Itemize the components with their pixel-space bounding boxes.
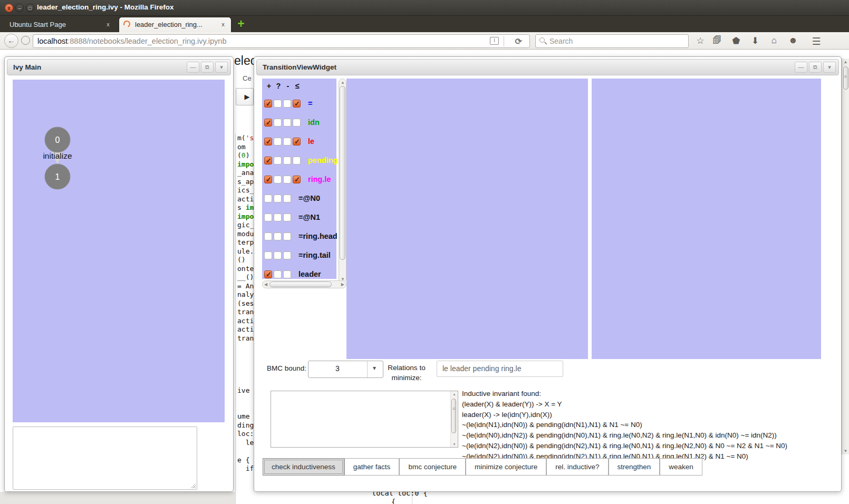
scroll-left-icon[interactable]: ◀ xyxy=(264,282,267,287)
hamburger-menu-icon[interactable]: ☰ xyxy=(810,35,823,47)
transition-view-titlebar[interactable]: TransitionViewWidget — ⧉ ▾ xyxy=(256,59,839,75)
relation-checkbox[interactable] xyxy=(283,270,291,278)
relation-checkbox-checked[interactable] xyxy=(264,100,272,108)
panel-collapse-icon[interactable]: ▾ xyxy=(823,62,836,73)
notebook-run-button[interactable]: ▶ xyxy=(236,88,254,105)
relation-checkbox[interactable] xyxy=(274,138,282,146)
relation-checkbox[interactable] xyxy=(283,100,291,108)
relation-checkbox[interactable] xyxy=(274,157,282,164)
relation-checkbox[interactable] xyxy=(264,195,272,202)
relation-checkbox-checked[interactable] xyxy=(293,138,301,146)
relation-checkbox-checked[interactable] xyxy=(264,157,272,164)
code-line: = Ana xyxy=(237,282,254,291)
transition-canvas-left[interactable] xyxy=(346,79,588,359)
tab-close-icon[interactable]: x xyxy=(219,21,227,28)
scroll-up-icon[interactable]: ▲ xyxy=(452,392,456,396)
relations-to-minimize-input[interactable]: le leader pending ring.le xyxy=(437,361,563,377)
resize-grip-icon[interactable] xyxy=(190,482,196,488)
relation-checkbox[interactable] xyxy=(264,232,272,240)
relation-checkbox[interactable] xyxy=(274,119,282,127)
search-input[interactable] xyxy=(549,36,681,46)
relation-checkbox[interactable] xyxy=(283,157,291,164)
relation-checkbox[interactable] xyxy=(283,232,291,240)
bmc-conjecture-button[interactable]: bmc conjecture xyxy=(399,458,466,476)
relation-checkbox[interactable] xyxy=(264,214,272,221)
relation-checkbox-checked[interactable] xyxy=(264,270,272,278)
relation-checkbox[interactable] xyxy=(274,270,282,278)
search-bar[interactable] xyxy=(535,34,689,48)
panel-minimize-button[interactable]: — xyxy=(795,62,807,73)
rel-inductive-button[interactable]: rel. inductive? xyxy=(546,458,608,476)
new-tab-button[interactable]: + xyxy=(235,18,247,30)
relation-checkbox[interactable] xyxy=(274,176,282,183)
relation-checkbox[interactable] xyxy=(283,251,291,259)
panel-popout-icon[interactable]: ⧉ xyxy=(809,62,822,73)
panel-collapse-icon[interactable]: ▾ xyxy=(215,62,228,73)
transition-canvas-right[interactable] xyxy=(592,79,821,359)
scroll-up-icon[interactable]: ▲ xyxy=(341,80,345,85)
tab-close-icon[interactable]: x xyxy=(104,21,112,28)
window-close-button[interactable]: x xyxy=(5,4,13,12)
relations-vertical-scrollbar[interactable]: ▲ ▼ xyxy=(339,79,346,283)
reload-icon[interactable]: ⟳ xyxy=(515,35,522,48)
relation-checkbox-checked[interactable] xyxy=(264,176,272,183)
relation-checkbox[interactable] xyxy=(293,157,301,164)
relation-checkbox-checked[interactable] xyxy=(293,100,301,108)
scroll-down-icon[interactable]: ▼ xyxy=(843,449,848,453)
code-line xyxy=(237,360,254,369)
minimize-conjecture-button[interactable]: minimize conjecture xyxy=(466,458,546,476)
scrollbar-thumb[interactable] xyxy=(451,399,456,433)
relations-horizontal-scrollbar[interactable]: ◀ ▶ xyxy=(262,280,346,288)
scrollbar-thumb[interactable] xyxy=(843,66,848,90)
relation-checkbox-checked[interactable] xyxy=(264,119,272,127)
scroll-down-icon[interactable]: ▼ xyxy=(452,442,456,446)
window-maximize-button[interactable]: ▢ xyxy=(26,4,34,12)
weaken-button[interactable]: weaken xyxy=(660,458,702,476)
relation-checkbox-checked[interactable] xyxy=(264,138,272,146)
scroll-up-icon[interactable]: ▲ xyxy=(843,60,848,64)
navigation-toolbar: ← localhost:8888/notebooks/leader_electi… xyxy=(0,32,849,50)
scrollbar-thumb[interactable] xyxy=(340,86,345,260)
relation-checkbox[interactable] xyxy=(283,119,291,127)
state-graph-canvas[interactable]: 0 initialize 1 xyxy=(13,80,225,422)
pocket-icon[interactable]: ⬟ xyxy=(730,35,742,46)
home-icon[interactable]: ⌂ xyxy=(768,35,780,46)
relation-checkbox[interactable] xyxy=(283,138,291,146)
reader-mode-icon[interactable] xyxy=(490,37,499,45)
facts-listbox[interactable]: ▲ ▼ xyxy=(271,391,458,448)
gather-facts-button[interactable]: gather facts xyxy=(344,458,400,476)
relation-checkbox[interactable] xyxy=(274,214,282,221)
url-bar[interactable]: localhost:8888/notebooks/leader_election… xyxy=(33,34,530,48)
download-icon[interactable]: ⬇ xyxy=(749,35,761,46)
ivy-main-titlebar[interactable]: Ivy Main — ⧉ ▾ xyxy=(7,59,231,75)
screen: x – ▢ leader_election_ring.ivy - Mozilla… xyxy=(0,0,849,504)
bookmarks-list-icon[interactable]: 🗐 xyxy=(711,35,723,46)
relation-checkbox[interactable] xyxy=(293,119,301,127)
scrollbar-thumb[interactable] xyxy=(269,282,332,287)
ivy-main-textarea[interactable] xyxy=(13,427,197,490)
window-minimize-button[interactable]: – xyxy=(15,4,24,12)
relation-checkbox[interactable] xyxy=(283,195,291,202)
relation-checkbox[interactable] xyxy=(274,232,282,240)
chat-icon[interactable]: ☻ xyxy=(787,35,799,46)
facts-scrollbar[interactable]: ▲ ▼ xyxy=(450,391,458,447)
scroll-right-icon[interactable]: ▶ xyxy=(341,282,344,287)
tab-leader-election-ring[interactable]: leader_election_ring... x xyxy=(119,17,231,32)
relation-checkbox-checked[interactable] xyxy=(293,176,301,183)
bmc-bound-select[interactable]: 3 xyxy=(308,361,383,378)
relation-checkbox[interactable] xyxy=(274,251,282,259)
relation-checkbox[interactable] xyxy=(283,176,291,183)
check-inductiveness-button[interactable]: check inductiveness xyxy=(263,458,344,476)
invariant-line: (leader(X) & leader(Y)) -> X = Y xyxy=(462,399,787,410)
relation-checkbox[interactable] xyxy=(283,214,291,221)
back-button[interactable]: ← xyxy=(4,34,18,48)
bookmark-star-icon[interactable]: ☆ xyxy=(694,35,707,46)
relation-checkbox[interactable] xyxy=(264,251,272,259)
relation-checkbox[interactable] xyxy=(274,100,282,108)
panel-minimize-button[interactable]: — xyxy=(187,62,199,73)
page-scrollbar[interactable]: ▲ ▼ xyxy=(842,59,849,454)
relation-checkbox[interactable] xyxy=(274,195,282,202)
strengthen-button[interactable]: strengthen xyxy=(609,458,660,476)
tab-ubuntu-start-page[interactable]: Ubuntu Start Page x xyxy=(5,17,116,32)
panel-popout-icon[interactable]: ⧉ xyxy=(201,62,214,73)
